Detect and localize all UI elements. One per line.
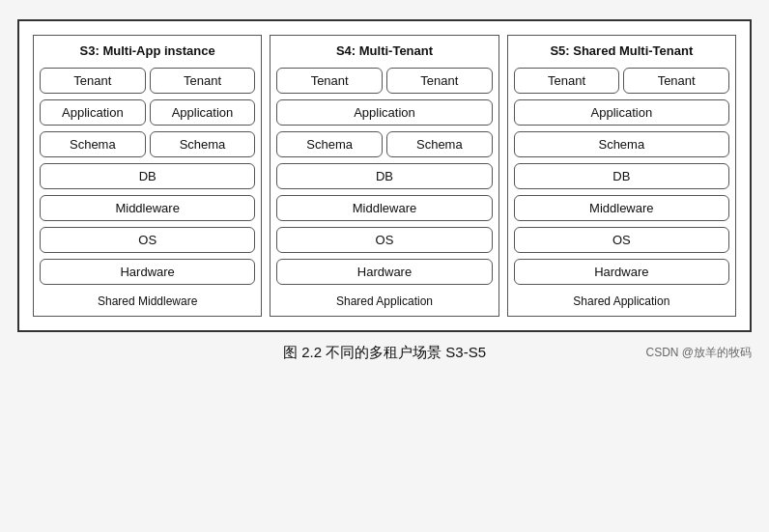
attribution-text: CSDN @放羊的牧码 — [645, 345, 752, 361]
box-single: OS — [514, 227, 729, 253]
box-single: Hardware — [276, 259, 492, 285]
box-single: OS — [40, 227, 255, 253]
box-single: DB — [276, 163, 492, 189]
box-single: DB — [40, 163, 255, 189]
box-single: Middleware — [276, 195, 492, 221]
caption-row: 图 2.2 不同的多租户场景 S3-S5 CSDN @放羊的牧码 — [17, 344, 752, 362]
col-footer-s3: Shared Middleware — [40, 294, 255, 308]
column-s3: S3: Multi-App instanceTenantTenantApplic… — [33, 35, 262, 317]
box-right: Schema — [386, 131, 493, 157]
main-diagram: S3: Multi-App instanceTenantTenantApplic… — [17, 19, 752, 332]
col-title-s4: S4: Multi-Tenant — [276, 43, 492, 58]
box-single: DB — [514, 163, 729, 189]
box-left: Tenant — [514, 68, 620, 94]
box-right: Tenant — [386, 68, 493, 94]
box-left: Tenant — [276, 68, 383, 94]
caption-text: 图 2.2 不同的多租户场景 S3-S5 — [283, 344, 486, 362]
box-single: Hardware — [40, 259, 255, 285]
col-footer-s4: Shared Application — [276, 294, 492, 308]
box-right: Tenant — [150, 68, 256, 94]
box-left: Application — [40, 99, 146, 126]
col-title-s5: S5: Shared Multi-Tenant — [514, 43, 729, 58]
box-right: Tenant — [623, 68, 729, 94]
box-left: Tenant — [40, 68, 146, 94]
row-group: TenantTenant — [514, 68, 729, 94]
column-s4: S4: Multi-TenantTenantTenantApplicationS… — [270, 35, 498, 317]
column-s5: S5: Shared Multi-TenantTenantTenantAppli… — [507, 35, 736, 317]
row-group: SchemaSchema — [40, 131, 255, 157]
col-footer-s5: Shared Application — [514, 294, 729, 308]
col-title-s3: S3: Multi-App instance — [40, 43, 255, 58]
box-left: Schema — [40, 131, 146, 157]
box-left: Schema — [276, 131, 383, 157]
box-right: Application — [150, 99, 256, 126]
box-single: Schema — [514, 131, 729, 157]
box-single: Hardware — [514, 259, 729, 285]
row-group: SchemaSchema — [276, 131, 492, 157]
box-single: Application — [514, 99, 729, 126]
box-single: Application — [276, 99, 492, 126]
row-group: ApplicationApplication — [40, 99, 255, 126]
box-right: Schema — [150, 131, 256, 157]
box-single: Middleware — [40, 195, 255, 221]
row-group: TenantTenant — [40, 68, 255, 94]
row-group: TenantTenant — [276, 68, 492, 94]
box-single: OS — [276, 227, 492, 253]
box-single: Middleware — [514, 195, 729, 221]
